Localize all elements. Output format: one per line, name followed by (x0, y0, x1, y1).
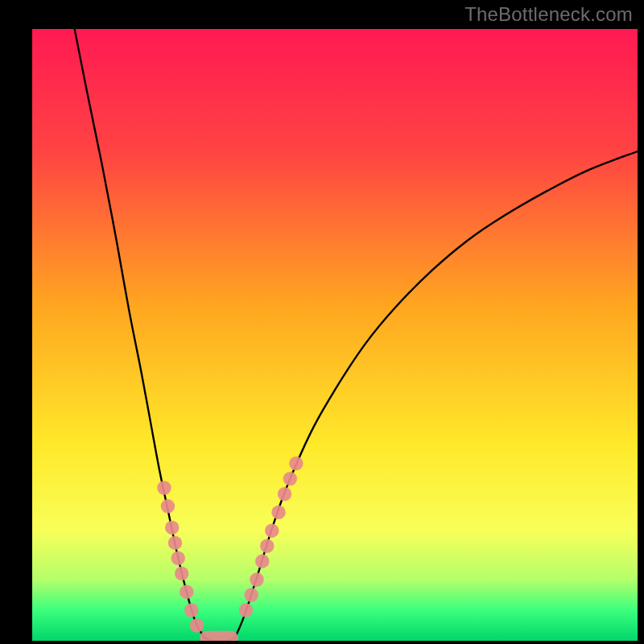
left-dots-point (157, 481, 171, 494)
right-dots-point (255, 555, 269, 568)
left-dots-point (165, 521, 179, 535)
right-dots-point (278, 487, 291, 501)
gradient-bg (32, 29, 638, 641)
right-dots-point (265, 524, 279, 538)
left-dots-point (171, 551, 185, 565)
left-dots-point (190, 618, 204, 632)
chart-frame: TheBottleneck.com (0, 0, 644, 644)
right-dots-point (239, 603, 253, 617)
left-dots-point (175, 567, 188, 580)
right-dots-point (260, 539, 274, 553)
right-dots-point (271, 506, 285, 519)
left-dots-point (168, 536, 182, 550)
chart-svg (32, 29, 638, 641)
left-dots-point (184, 603, 198, 617)
right-dots-point (245, 588, 258, 601)
left-dots-point (161, 499, 175, 513)
right-dots-point (283, 472, 297, 485)
plot-area (32, 29, 638, 641)
floor-bar (200, 631, 237, 641)
watermark-text: TheBottleneck.com (464, 3, 633, 26)
left-dots-point (180, 585, 193, 599)
right-dots-point (250, 572, 263, 586)
right-dots-point (289, 456, 303, 470)
